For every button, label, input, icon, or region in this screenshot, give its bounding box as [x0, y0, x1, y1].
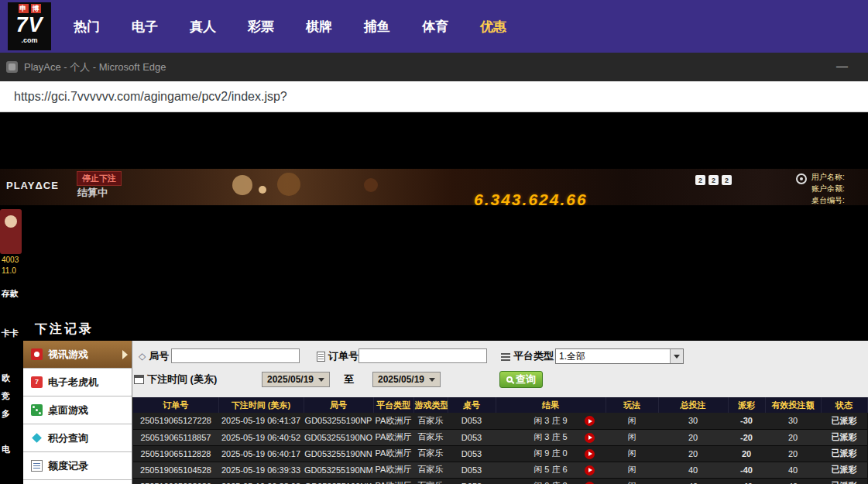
cell-total: 20: [658, 445, 728, 462]
url-text[interactable]: https://gci.7vvvvvv.com/agingame/pcv2/in…: [14, 90, 287, 104]
column-header: 玩法: [606, 397, 658, 413]
sidebar-item-label: 电子老虎机: [48, 376, 98, 390]
nav-item-live[interactable]: 真人: [190, 18, 216, 36]
window-titlebar: PlayAce - 个人 - Microsoft Edge —: [0, 53, 868, 81]
result-text: 闲 5 庄 6: [533, 465, 567, 474]
document-icon: [317, 352, 325, 362]
left-strip-fragment: 4003: [2, 256, 19, 264]
nav-item-promo[interactable]: 优惠: [480, 18, 506, 36]
nav-item-board[interactable]: 棋牌: [306, 18, 332, 36]
sidebar-item-table-games[interactable]: 桌面游戏: [23, 396, 132, 424]
replay-icon[interactable]: [585, 465, 595, 475]
cell-play: 闲: [606, 462, 658, 478]
playace-logo: PLAYΔCE: [6, 180, 59, 191]
dice-icon: [31, 404, 43, 416]
cell-platform: PA欧洲厅: [373, 429, 413, 445]
nav-item-sports[interactable]: 体育: [422, 18, 448, 36]
nav-item-hot[interactable]: 热门: [74, 18, 100, 36]
order-input[interactable]: [359, 348, 487, 363]
minimize-button[interactable]: —: [836, 59, 848, 72]
cell-payout: -30: [728, 413, 765, 429]
cell-result: 闲 3 庄 9: [496, 413, 606, 429]
bet-time-label-text: 下注时间 (美东): [147, 372, 217, 386]
platform-select[interactable]: 1.全部: [555, 348, 684, 364]
site-logo[interactable]: 申博 7V .com: [8, 2, 51, 50]
cell-game: 百家乐: [413, 462, 448, 478]
cell-total: 20: [658, 429, 728, 445]
modal-title: 下注记录: [23, 318, 868, 341]
nav-menu: 热门电子真人彩票棋牌捕鱼体育优惠: [74, 0, 506, 53]
account-info-line: 账户余额:: [811, 184, 845, 194]
dice-icon: 2: [695, 175, 705, 185]
cell-total: 40: [658, 478, 728, 484]
cell-status: 已派彩: [821, 478, 867, 484]
replay-icon[interactable]: [585, 433, 595, 443]
logo-badges: 申博: [19, 4, 41, 13]
cell-status: 已派彩: [821, 462, 867, 478]
table-row: 2505190651188572025-05-19 06:40:52GD0532…: [133, 429, 867, 445]
table-body: 2505190651272282025-05-19 06:41:37GD0532…: [133, 413, 867, 484]
stop-bet-button[interactable]: 停止下注: [77, 171, 122, 186]
cell-result: 闲 3 庄 5: [496, 429, 606, 445]
cell-round: GD053255190NK: [304, 478, 373, 484]
sidebar-item-points[interactable]: 积分查询: [23, 424, 132, 452]
tag-icon: ◇: [139, 351, 146, 362]
cell-round: GD053255190NO: [304, 429, 373, 445]
column-header: 游戏类型: [413, 397, 448, 413]
cell-payout: -40: [728, 462, 765, 478]
to-label: 至: [344, 372, 354, 387]
table-area: 订单号下注时间 (美东)局号平台类型游戏类型桌号结果玩法总投注派彩有效投注额状态…: [132, 397, 868, 484]
jackpot-amount: 6,343,624.66: [474, 191, 588, 205]
sidebar-item-slots[interactable]: 7电子老虎机: [23, 369, 132, 396]
sidebar-item-label: 桌面游戏: [48, 403, 88, 417]
sidebar-item-label: 额度记录: [48, 459, 88, 473]
left-strip-fragment: 卡卡: [2, 328, 19, 339]
cell-game: 百家乐: [413, 429, 448, 445]
cell-table: D053: [448, 462, 496, 478]
column-header: 局号: [304, 397, 373, 413]
cell-valid: 20: [765, 445, 821, 462]
search-button[interactable]: 查询: [499, 371, 543, 388]
nav-item-lottery[interactable]: 彩票: [248, 18, 274, 36]
table-header-row: 订单号下注时间 (美东)局号平台类型游戏类型桌号结果玩法总投注派彩有效投注额状态: [133, 397, 867, 413]
sidebar-item-video-games[interactable]: 视讯游戏: [23, 341, 132, 369]
avatar: [0, 209, 22, 254]
decor-light: [259, 186, 266, 194]
left-strip-fragment: 11.0: [2, 266, 16, 275]
replay-icon[interactable]: [585, 449, 595, 459]
decor-light: [232, 175, 252, 195]
nav-item-electronic[interactable]: 电子: [132, 18, 158, 36]
cell-time: 2025-05-19 06:38:08: [218, 478, 304, 484]
cell-platform: PA欧洲厅: [373, 445, 413, 462]
cell-table: D053: [448, 445, 496, 462]
cell-order: 250519065104528: [133, 462, 218, 478]
chevron-down-icon: [670, 349, 683, 363]
casino-strip: PLAYΔCE 停止下注 结算中 6,343,624.66 222 用户名称:账…: [0, 169, 868, 205]
replay-icon[interactable]: [585, 482, 595, 484]
cell-table: D053: [448, 413, 496, 429]
gear-icon[interactable]: [796, 173, 807, 184]
table-row: 2505190651272282025-05-19 06:41:37GD0532…: [133, 413, 867, 429]
cell-valid: 30: [765, 413, 821, 429]
cell-order: 250519065088686: [133, 478, 218, 484]
window-title: PlayAce - 个人 - Microsoft Edge: [24, 60, 166, 74]
account-info: 用户名称:账户余额:桌台编号:: [811, 172, 845, 205]
date-to-select[interactable]: 2025/05/19: [372, 372, 441, 387]
column-header: 总投注: [658, 397, 728, 413]
dice-icon: 2: [722, 175, 732, 185]
modal-sidebar: 视讯游戏7电子老虎机桌面游戏积分查询额度记录: [23, 341, 132, 484]
date-from-select[interactable]: 2025/05/19: [262, 372, 330, 387]
round-input[interactable]: [171, 348, 300, 363]
address-bar[interactable]: https://gci.7vvvvvv.com/agingame/pcv2/in…: [0, 81, 868, 112]
replay-icon[interactable]: [585, 416, 595, 426]
logo-badge: 博: [31, 4, 41, 13]
slot-icon: 7: [31, 376, 43, 388]
list-icon: [501, 352, 510, 360]
page-content: PLAYΔCE 停止下注 结算中 6,343,624.66 222 用户名称:账…: [0, 112, 868, 484]
nav-item-fishing[interactable]: 捕鱼: [364, 18, 390, 36]
result-text: 闲 3 庄 5: [533, 432, 567, 441]
sidebar-item-quota[interactable]: 额度记录: [23, 452, 132, 480]
cell-result: 闲 0 庄 2: [496, 478, 606, 484]
cell-result: 闲 5 庄 6: [496, 462, 606, 478]
account-info-line: 桌台编号:: [811, 195, 845, 205]
